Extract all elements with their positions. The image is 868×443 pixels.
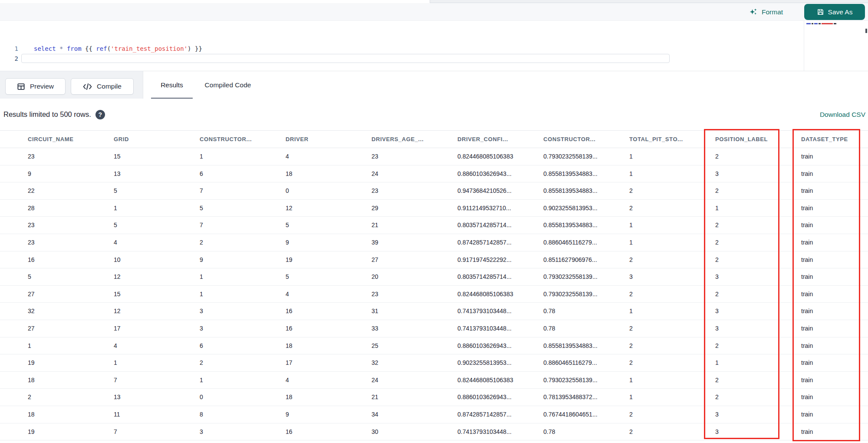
table-row: 51215200.8035714285714...0.7930232558139… — [0, 268, 868, 286]
table-cell: 0.78 — [536, 423, 622, 440]
table-cell: 0.7930232558139... — [536, 286, 622, 303]
column-header: DRIVER — [279, 131, 365, 148]
table-cell: 4 — [279, 372, 365, 389]
table-cell: 2 — [622, 354, 708, 371]
table-cell: 16 — [279, 303, 365, 320]
table-cell: 0.8860103626943... — [450, 165, 536, 182]
table-cell: 23 — [365, 286, 450, 303]
table-cell: train — [794, 234, 868, 251]
table-cell: 4 — [107, 337, 193, 354]
table-cell: 7 — [107, 423, 193, 440]
table-cell: 0.7930232558139... — [536, 268, 622, 285]
code-token-plain — [56, 45, 59, 52]
table-cell: 0.8558139534883... — [536, 217, 622, 234]
table-cell: 9 — [279, 234, 365, 251]
table-row: 3212316310.7413793103448...0.7813train — [0, 303, 868, 320]
editor-minimap[interactable] — [804, 21, 865, 71]
table-cell: train — [794, 182, 868, 199]
download-csv-link[interactable]: Download CSV — [820, 99, 865, 130]
table-cell: train — [794, 251, 868, 268]
table-cell: 23 — [21, 148, 107, 165]
table-cell: 23 — [365, 182, 450, 199]
code-line-1: select * from {{ ref('train_test_positio… — [34, 45, 202, 53]
table-cell: 5 — [279, 217, 365, 234]
table-cell: 2 — [21, 389, 107, 406]
table-cell: train — [794, 286, 868, 303]
results-toolbar: Preview Compile Results Compiled Code — [0, 71, 868, 99]
table-cell: 2 — [708, 251, 794, 268]
tab-compiled-code[interactable]: Compiled Code — [199, 71, 257, 99]
table-cell: 16 — [21, 251, 107, 268]
table-row: 2717316330.7413793103448...0.7823train — [0, 320, 868, 337]
code-token-plain — [191, 45, 195, 52]
table-cell: 0.9023255813953... — [536, 200, 622, 217]
sql-code-editor[interactable]: 1 2 select * from {{ ref('train_test_pos… — [0, 21, 868, 71]
table-cell: 19 — [21, 423, 107, 440]
tab-compiled-code-label: Compiled Code — [205, 81, 251, 89]
table-row: 213018210.8860103626943...0.781395348837… — [0, 389, 868, 406]
table-cell: train — [794, 320, 868, 337]
code-token-plain — [63, 45, 66, 52]
code-token-punct: }} — [195, 45, 202, 52]
table-cell: 18 — [279, 389, 365, 406]
table-cell: 9 — [193, 251, 279, 268]
table-cell: 23 — [21, 234, 107, 251]
table-cell: 2 — [622, 406, 708, 423]
table-cell: 0.8742857142857... — [450, 234, 536, 251]
table-cell: 2 — [708, 337, 794, 354]
table-cell: 0.8035714285714... — [450, 217, 536, 234]
table-cell: 2 — [622, 200, 708, 217]
table-cell: 0.9171974522292... — [450, 251, 536, 268]
table-cell: 1 — [708, 200, 794, 217]
table-cell: 4 — [107, 234, 193, 251]
table-cell: 21 — [365, 389, 450, 406]
preview-button[interactable]: Preview — [5, 78, 66, 95]
table-cell: 3 — [708, 423, 794, 440]
table-row: 22570230.9473684210526...0.8558139534883… — [0, 182, 868, 200]
table-cell: 3 — [708, 268, 794, 285]
save-as-button[interactable]: Save As — [804, 4, 865, 20]
table-cell: 21 — [365, 217, 450, 234]
table-cell: 3 — [708, 320, 794, 337]
results-table: CIRCUIT_NAMEGRIDCONSTRUCTOR...DRIVERDRIV… — [0, 130, 868, 440]
table-cell: 3 — [193, 423, 279, 440]
table-cell: train — [794, 372, 868, 389]
table-row: 197316300.7413793103448...0.7823train — [0, 423, 868, 441]
format-button[interactable]: Format — [749, 6, 783, 18]
table-cell: 5 — [279, 268, 365, 285]
table-cell: 12 — [107, 303, 193, 320]
table-cell: 19 — [21, 354, 107, 371]
table-cell: 2 — [708, 182, 794, 199]
table-cell: 0.9112149532710... — [450, 200, 536, 217]
table-row: 23575210.8035714285714...0.8558139534883… — [0, 217, 868, 234]
table-cell: 0 — [279, 182, 365, 199]
table-cell: 0.8860103626943... — [450, 337, 536, 354]
table-cell: 0.8558139534883... — [536, 165, 622, 182]
table-cell: 6 — [193, 165, 279, 182]
table-cell: 2 — [193, 234, 279, 251]
help-icon[interactable]: ? — [95, 110, 105, 119]
table-row: 231514230.8244680851063830.7930232558139… — [0, 148, 868, 165]
table-cell: 2 — [708, 286, 794, 303]
table-cell: train — [794, 200, 868, 217]
scrollbar-marker[interactable] — [865, 29, 867, 33]
table-cell: 17 — [107, 320, 193, 337]
table-cell: 22 — [21, 182, 107, 199]
code-token-punct: ( — [107, 45, 111, 52]
table-cell: 10 — [107, 251, 193, 268]
table-cell: 0.8860465116279... — [536, 234, 622, 251]
tab-results[interactable]: Results — [151, 71, 193, 99]
table-cell: 1 — [193, 372, 279, 389]
table-cell: 6 — [193, 337, 279, 354]
column-header: DRIVER_CONFI... — [450, 131, 536, 148]
table-cell: 2 — [622, 320, 708, 337]
table-cell: 5 — [21, 268, 107, 285]
table-cell: 0.824468085106383 — [450, 148, 536, 165]
editor-header: Format Save As — [0, 3, 868, 21]
compile-button[interactable]: Compile — [71, 78, 134, 95]
table-cell: 23 — [365, 148, 450, 165]
table-cell: 2 — [622, 337, 708, 354]
table-body: 231514230.8244680851063830.7930232558139… — [0, 148, 868, 440]
table-cell: train — [794, 268, 868, 285]
table-cell: 1 — [193, 148, 279, 165]
